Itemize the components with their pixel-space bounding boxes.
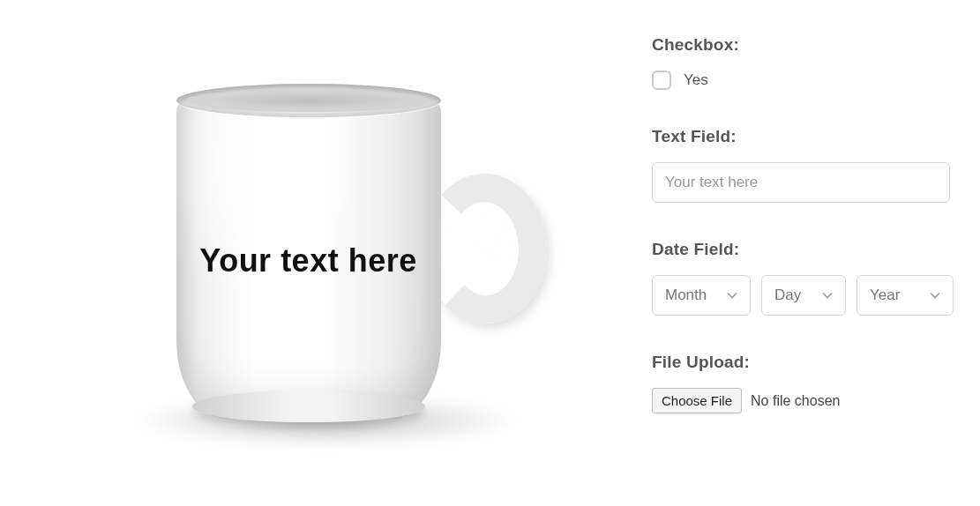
checkbox-field-label: Checkbox: [652, 35, 954, 55]
checkbox-field-group: Checkbox: Yes [652, 35, 954, 90]
text-field-label: Text Field: [652, 127, 954, 146]
file-upload-label: File Upload: [652, 353, 954, 372]
file-upload-status: No file chosen [751, 393, 840, 409]
options-panel: Checkbox: Yes Text Field: Date Field: Mo… [634, 0, 980, 506]
text-field-input[interactable] [652, 162, 950, 203]
year-select[interactable]: Year [857, 275, 954, 316]
choose-file-button[interactable]: Choose File [652, 388, 742, 413]
date-field-group: Date Field: Month Day Year [652, 240, 954, 316]
mug-custom-text: Your text here [185, 242, 432, 280]
month-select-value: Month [665, 286, 707, 304]
file-upload-group: File Upload: Choose File No file chosen [652, 353, 954, 413]
chevron-down-icon [930, 292, 940, 299]
date-row: Month Day Year [652, 275, 954, 316]
file-upload-row: Choose File No file chosen [652, 388, 954, 413]
checkbox-input[interactable] [652, 71, 671, 90]
date-field-label: Date Field: [652, 240, 954, 259]
checkbox-option-label: Yes [684, 71, 708, 89]
mug-preview: Your text here [88, 68, 547, 456]
checkbox-row: Yes [652, 71, 954, 90]
year-select-value: Year [870, 286, 900, 304]
month-select[interactable]: Month [652, 275, 751, 316]
day-select-value: Day [774, 286, 801, 304]
chevron-down-icon [822, 292, 833, 299]
chevron-down-icon [727, 292, 737, 299]
mug-base [192, 391, 425, 422]
text-field-group: Text Field: [652, 127, 954, 203]
product-customizer-page: Your text here Checkbox: Yes Text Field:… [0, 0, 980, 506]
product-preview-panel: Your text here [0, 0, 634, 506]
day-select[interactable]: Day [761, 275, 846, 316]
